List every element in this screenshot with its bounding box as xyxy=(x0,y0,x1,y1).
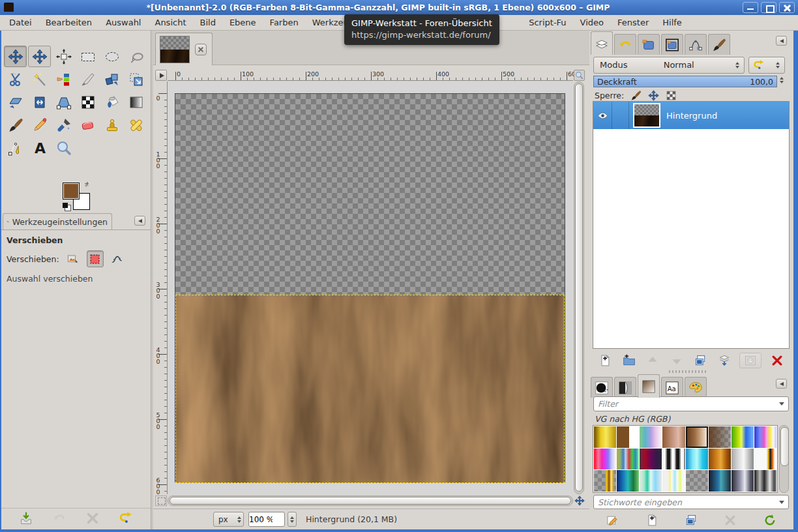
layer-thumbnail[interactable] xyxy=(633,103,660,128)
tab-brushes-dock[interactable] xyxy=(708,34,730,55)
gradient-tags-box[interactable] xyxy=(593,495,789,509)
horizontal-scrollbar[interactable] xyxy=(168,495,573,506)
mode-switch-button[interactable] xyxy=(748,57,785,74)
gradient-swatch[interactable] xyxy=(594,426,616,448)
gradient-swatch[interactable] xyxy=(686,470,708,492)
raise-layer-button[interactable] xyxy=(644,353,661,368)
tab-patterns[interactable] xyxy=(614,377,636,398)
move-selection-button[interactable] xyxy=(87,250,104,267)
vertical-scrollbar[interactable] xyxy=(574,81,584,494)
gradient-swatch-selected[interactable] xyxy=(686,426,708,448)
maximize-button[interactable] xyxy=(761,2,776,13)
lock-alpha-icon[interactable] xyxy=(666,90,677,101)
tool-clone[interactable] xyxy=(100,114,123,136)
new-group-button[interactable] xyxy=(621,353,638,368)
tool-bucket-fill[interactable] xyxy=(100,91,123,113)
opacity-spinner[interactable] xyxy=(780,77,784,87)
gradient-swatch[interactable] xyxy=(709,470,731,492)
delete-gradient-icon[interactable] xyxy=(724,514,737,527)
save-preset-icon[interactable] xyxy=(19,511,33,525)
menu-fenster[interactable]: Fenster xyxy=(613,16,653,29)
collapse-left-dock-button[interactable] xyxy=(134,216,145,226)
tool-rectangle-select[interactable] xyxy=(76,46,99,67)
layer-list[interactable]: Hintergrund xyxy=(593,101,790,349)
gradient-swatch[interactable] xyxy=(754,426,776,448)
layer-visibility-cell[interactable] xyxy=(593,102,612,129)
vertical-scrollbar-thumb[interactable] xyxy=(575,83,583,492)
vertical-ruler[interactable]: 0 100 200 300 400 500 600 xyxy=(153,81,168,494)
layer-row-hintergrund[interactable]: Hintergrund xyxy=(593,102,789,129)
collapse-layers-dock-button[interactable] xyxy=(776,36,787,46)
gradient-swatch[interactable] xyxy=(617,426,639,448)
gradient-swatch[interactable] xyxy=(617,449,639,470)
tab-brushes[interactable] xyxy=(591,377,613,398)
layer-name[interactable]: Hintergrund xyxy=(666,111,717,121)
horizontal-scrollbar-thumb[interactable] xyxy=(170,497,571,505)
filter-dropdown-icon[interactable] xyxy=(779,402,784,406)
tab-images[interactable] xyxy=(638,34,660,55)
tool-paintbrush[interactable] xyxy=(4,114,27,136)
tab-palettes[interactable] xyxy=(685,377,707,398)
lower-layer-button[interactable] xyxy=(668,353,685,368)
tool-heal[interactable] xyxy=(125,114,147,136)
gradient-swatch[interactable] xyxy=(732,426,754,448)
gradient-swatch[interactable] xyxy=(594,470,616,492)
tool-select-by-color[interactable] xyxy=(52,68,75,90)
image-tab-close-icon[interactable] xyxy=(195,44,207,55)
horizontal-ruler[interactable]: 0 100 200 300 400 500 60 xyxy=(168,70,573,81)
tool-text[interactable]: A xyxy=(28,137,51,158)
restore-preset-icon[interactable] xyxy=(52,511,66,525)
gradient-swatch[interactable] xyxy=(594,449,616,470)
tool-gradient[interactable] xyxy=(125,91,147,113)
layer-link-cell[interactable] xyxy=(612,102,629,129)
tool-perspective[interactable] xyxy=(52,91,75,113)
image-tab[interactable] xyxy=(155,33,213,65)
new-layer-button[interactable] xyxy=(597,353,613,368)
tab-fonts[interactable]: Aa xyxy=(661,377,683,398)
minimize-button[interactable] xyxy=(743,2,758,13)
gradient-scrollbar[interactable] xyxy=(779,425,789,493)
unit-combo[interactable]: px xyxy=(213,512,244,527)
tool-paths[interactable] xyxy=(4,137,27,158)
default-colors-icon[interactable] xyxy=(63,203,71,211)
menu-bearbeiten[interactable]: Bearbeiten xyxy=(41,16,96,29)
eye-icon[interactable] xyxy=(597,110,608,121)
close-button[interactable] xyxy=(779,2,795,13)
edit-gradient-icon[interactable] xyxy=(606,514,619,527)
tool-fuzzy-select[interactable] xyxy=(28,68,51,90)
tool-shear[interactable] xyxy=(4,91,27,113)
zoom-value-field[interactable] xyxy=(249,515,273,524)
opacity-slider[interactable]: Deckkraft 100,0 xyxy=(593,76,777,87)
zoom-follow-window-button[interactable] xyxy=(574,70,585,81)
tool-scale[interactable] xyxy=(125,68,147,90)
tool-ink[interactable] xyxy=(52,114,75,136)
tool-unified-transform[interactable] xyxy=(100,68,123,90)
gradient-swatch[interactable] xyxy=(732,449,754,470)
lock-pixels-icon[interactable] xyxy=(630,90,642,101)
tab-tool-options[interactable]: Werkzeugeinstellungen xyxy=(3,213,112,229)
gradient-swatch[interactable] xyxy=(686,449,708,470)
gradient-swatch[interactable] xyxy=(640,470,662,492)
gradient-swatch[interactable] xyxy=(617,470,639,492)
tab-channels[interactable] xyxy=(661,34,683,55)
gradient-swatch[interactable] xyxy=(662,426,685,448)
quick-mask-toggle[interactable] xyxy=(155,495,167,506)
gradient-swatch[interactable] xyxy=(709,449,731,470)
tool-free-select[interactable] xyxy=(125,46,147,67)
tool-alignment[interactable] xyxy=(52,46,75,67)
tool-ellipse-select[interactable] xyxy=(100,46,123,67)
tool-knife[interactable] xyxy=(76,68,99,90)
image-canvas[interactable] xyxy=(175,93,565,482)
tool-flip[interactable] xyxy=(28,91,51,113)
menu-farben[interactable]: Farben xyxy=(265,16,303,29)
move-layer-button[interactable] xyxy=(65,250,81,267)
menu-video[interactable]: Video xyxy=(576,16,608,29)
duplicate-gradient-icon[interactable] xyxy=(685,514,698,527)
delete-layer-button[interactable] xyxy=(769,353,786,368)
ruler-corner-menu-button[interactable] xyxy=(155,70,167,81)
move-path-button[interactable] xyxy=(109,250,126,267)
foreground-color-swatch[interactable] xyxy=(63,183,80,200)
gradient-swatch[interactable] xyxy=(709,426,731,448)
gradient-swatch[interactable] xyxy=(732,470,754,492)
gradient-swatch[interactable] xyxy=(754,470,776,492)
